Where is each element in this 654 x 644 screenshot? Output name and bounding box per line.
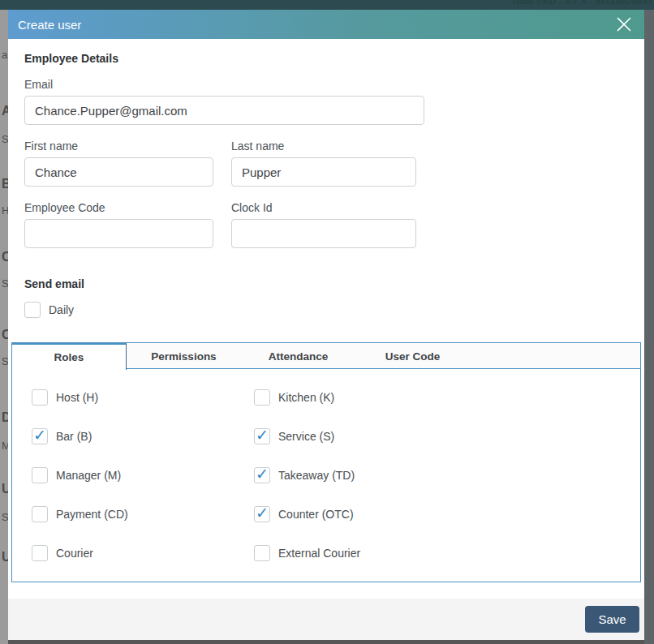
background-text-fragment: C	[2, 328, 8, 342]
first-name-field[interactable]	[24, 157, 213, 187]
role-label: Host (H)	[56, 391, 98, 404]
send-email-heading: Send email	[24, 277, 628, 290]
daily-option-row: Daily	[24, 302, 628, 318]
background-text-fragment: S	[2, 133, 8, 145]
last-name-field[interactable]	[231, 157, 416, 187]
checkmark-icon: ✓	[256, 426, 269, 444]
role-checkbox-payment-cd[interactable]	[32, 506, 48, 522]
role-item: ✓Service (S)	[254, 428, 640, 444]
roles-panel: RolesPermissionsAttendanceUser Code Host…	[11, 342, 641, 582]
first-name-label: First name	[24, 140, 213, 152]
background-text-fragment: A	[2, 104, 8, 118]
background-text-fragment: U	[2, 482, 8, 496]
role-label: Takeaway (TD)	[278, 469, 355, 482]
create-user-modal: Create user Employee Details Email First…	[8, 10, 644, 640]
tab-bar: RolesPermissionsAttendanceUser Code	[12, 343, 640, 369]
background-text-fragment: B	[2, 177, 8, 191]
tab-roles[interactable]: Roles	[12, 343, 127, 370]
checkmark-icon: ✓	[33, 426, 46, 444]
role-checkbox-counter-otc[interactable]: ✓	[254, 506, 270, 522]
roles-checkbox-grid: Host (H)Kitchen (K)✓Bar (B)✓Service (S)M…	[12, 369, 640, 561]
role-checkbox-kitchen-k[interactable]	[254, 389, 270, 406]
role-checkbox-takeaway-td[interactable]: ✓	[254, 467, 270, 483]
checkmark-icon: ✓	[256, 504, 269, 522]
employee-code-field[interactable]	[24, 219, 213, 248]
role-label: Manager (M)	[56, 469, 121, 482]
background-text-fragment: C	[2, 250, 8, 264]
page-backdrop: Tabit PAD . 9.7.5 . 5ef13024d37 aASBHCSC…	[0, 0, 654, 644]
last-name-label: Last name	[231, 140, 416, 152]
background-right-edge	[644, 10, 654, 644]
role-item: Courier	[32, 545, 254, 561]
background-text-fragment: U	[2, 550, 8, 565]
save-button[interactable]: Save	[585, 606, 639, 633]
tab-user-code[interactable]: User Code	[355, 343, 470, 369]
background-text-fragment: H	[2, 204, 8, 217]
background-list-edge: aASBHCSCSDMUSU	[0, 10, 8, 644]
app-version-text: Tabit PAD . 9.7.5 . 5ef13024d37	[511, 0, 653, 6]
role-checkbox-host-h[interactable]	[32, 389, 48, 406]
background-text-fragment: M	[2, 440, 8, 452]
role-label: Service (S)	[278, 430, 334, 443]
role-item: Payment (CD)	[32, 506, 254, 522]
tab-attendance[interactable]: Attendance	[241, 343, 355, 369]
role-label: Courier	[56, 547, 93, 560]
role-label: Payment (CD)	[56, 508, 128, 521]
background-text-fragment: S	[2, 277, 8, 290]
role-item: Host (H)	[32, 389, 254, 406]
role-item: ✓Takeaway (TD)	[254, 467, 640, 483]
background-text-fragment: a	[2, 49, 7, 61]
role-label: Kitchen (K)	[278, 391, 334, 404]
employee-details-section: Employee Details Email First name Last n…	[8, 39, 644, 318]
background-text-fragment: D	[2, 410, 8, 425]
tab-permissions[interactable]: Permissions	[127, 343, 241, 369]
role-checkbox-service-s[interactable]: ✓	[254, 428, 270, 444]
role-item: Manager (M)	[32, 467, 254, 483]
close-icon[interactable]	[613, 14, 635, 35]
background-text-fragment: S	[2, 511, 8, 523]
email-label: Email	[24, 78, 628, 91]
role-item: Kitchen (K)	[254, 389, 640, 406]
clock-id-label: Clock Id	[231, 201, 416, 214]
modal-title: Create user	[18, 18, 81, 32]
background-topbar: Tabit PAD . 9.7.5 . 5ef13024d37	[0, 0, 654, 10]
daily-label: Daily	[49, 303, 74, 316]
modal-footer: Save	[8, 599, 644, 640]
role-label: External Courier	[278, 547, 360, 560]
employee-details-heading: Employee Details	[24, 52, 628, 65]
modal-header: Create user	[8, 10, 644, 39]
role-checkbox-bar-b[interactable]: ✓	[32, 428, 48, 444]
checkmark-icon: ✓	[256, 465, 269, 483]
daily-checkbox[interactable]	[24, 302, 41, 318]
role-checkbox-manager-m[interactable]	[32, 467, 48, 483]
role-checkbox-courier[interactable]	[32, 545, 48, 561]
role-item: ✓Bar (B)	[32, 428, 254, 444]
role-label: Bar (B)	[56, 430, 92, 443]
email-field[interactable]	[24, 96, 424, 125]
role-item: External Courier	[254, 545, 640, 561]
role-label: Counter (OTC)	[278, 508, 354, 521]
role-item: ✓Counter (OTC)	[254, 506, 640, 522]
tab-bar-filler	[470, 343, 640, 368]
role-checkbox-external-courier[interactable]	[254, 545, 270, 561]
employee-code-label: Employee Code	[24, 201, 213, 214]
clock-id-field[interactable]	[231, 219, 416, 248]
background-text-fragment: S	[2, 355, 8, 367]
